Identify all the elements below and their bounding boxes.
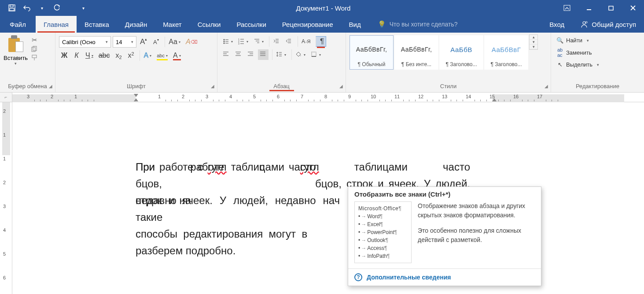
font-color-button[interactable]: A <box>171 50 183 61</box>
document-area[interactable]: При работе с гугл таблицами часто xxxxxx… <box>12 102 644 294</box>
multilevel-list-button[interactable] <box>252 36 265 47</box>
window-title: Документ1 - Word <box>91 4 556 12</box>
select-button[interactable]: ↖Выделить▾ <box>555 60 601 69</box>
ribbon-tabs: Файл Главная Вставка Дизайн Макет Ссылки… <box>0 16 644 33</box>
save-icon[interactable] <box>4 0 19 16</box>
clipboard-dialog-launcher-icon[interactable]: ◢ <box>49 84 52 89</box>
styles-more-icon[interactable]: ▾ <box>530 45 537 49</box>
style-tile[interactable]: АаБбВвГг,¶ Без инте... <box>394 35 438 70</box>
bold-button[interactable]: Ж <box>59 50 70 61</box>
login-button[interactable]: Вход <box>541 16 572 33</box>
find-button[interactable]: 🔍Найти▾ <box>555 36 601 45</box>
font-size-combo[interactable]: 14▾ <box>113 36 136 48</box>
tab-insert[interactable]: Вставка <box>77 16 117 33</box>
tooltip-more-info[interactable]: ? Дополнительные сведения <box>348 268 541 286</box>
numbering-button[interactable]: 123 <box>236 36 250 47</box>
undo-icon[interactable] <box>19 0 34 16</box>
tab-home[interactable]: Главная <box>36 16 77 33</box>
paragraph-dialog-launcher-icon[interactable]: ◢ <box>339 84 343 89</box>
undo-dropdown-icon[interactable]: ▾ <box>34 0 49 16</box>
borders-button[interactable] <box>309 49 323 60</box>
line-spacing-button[interactable] <box>272 49 288 60</box>
style-tile[interactable]: АаБбВ¶ Заголово... <box>439 35 483 70</box>
ribbon-display-icon[interactable] <box>556 0 578 16</box>
svg-point-8 <box>583 22 585 24</box>
paste-dropdown-icon[interactable]: ▾ <box>15 61 17 66</box>
style-tile[interactable]: АаБбВвГ¶ Заголово... <box>484 35 528 70</box>
cut-icon[interactable]: ✂ <box>30 37 38 43</box>
svg-rect-49 <box>312 52 316 56</box>
style-tile[interactable]: АаБбВвГг,Обычный <box>350 35 394 70</box>
group-label-clipboard: Буфер обмена◢ <box>4 81 52 92</box>
decrease-indent-button[interactable] <box>269 36 282 47</box>
group-styles: АаБбВвГг,ОбычныйАаБбВвГг,¶ Без инте...Аа… <box>346 33 551 92</box>
styles-down-icon[interactable]: ▾ <box>530 40 537 45</box>
tab-mailings[interactable]: Рассылки <box>228 16 274 33</box>
underline-button[interactable]: Ч <box>84 50 95 61</box>
quick-access-toolbar: ▾ ▾ <box>0 0 91 16</box>
tab-layout[interactable]: Макет <box>155 16 189 33</box>
styles-gallery[interactable]: АаБбВвГг,ОбычныйАаБбВвГг,¶ Без инте...Аа… <box>350 34 528 70</box>
font-name-combo[interactable]: Calibri (Осно▾ <box>59 36 111 48</box>
highlight-button[interactable]: abc <box>155 50 169 61</box>
qat-customize-icon[interactable]: ▾ <box>76 0 91 16</box>
text-effects-button[interactable]: A <box>140 50 153 61</box>
share-label: Общий доступ <box>592 21 636 28</box>
tooltip-description: Отображение знаков абзаца и других скрыт… <box>418 201 535 263</box>
italic-button[interactable]: К <box>71 50 82 61</box>
window-controls <box>556 0 644 16</box>
subscript-button[interactable]: x2 <box>113 50 124 61</box>
shading-button[interactable] <box>291 49 307 60</box>
maximize-icon[interactable] <box>600 0 622 16</box>
svg-point-13 <box>224 39 225 41</box>
styles-up-icon[interactable]: ▴ <box>530 35 537 40</box>
increase-indent-button[interactable] <box>283 36 294 47</box>
horizontal-ruler[interactable]: 3211234567891011121314151617 <box>12 93 644 102</box>
align-left-button[interactable] <box>221 49 232 60</box>
styles-scroll[interactable]: ▴▾▾ <box>529 34 538 50</box>
align-right-button[interactable] <box>246 49 256 60</box>
styles-dialog-launcher-icon[interactable]: ◢ <box>545 84 548 89</box>
share-button[interactable]: Общий доступ <box>572 16 644 33</box>
replace-button[interactable]: abacЗаменить <box>555 46 601 59</box>
paste-label[interactable]: Вставить <box>4 55 28 61</box>
sort-button[interactable]: А↓Я <box>298 36 312 47</box>
superscript-button[interactable]: x2 <box>125 50 136 61</box>
group-label-paragraph: Абзац◢ <box>221 81 342 92</box>
close-icon[interactable] <box>622 0 644 16</box>
svg-point-17 <box>224 43 225 44</box>
find-icon: 🔍 <box>556 37 563 44</box>
paste-icon[interactable] <box>7 35 24 53</box>
minimize-icon[interactable] <box>578 0 600 16</box>
group-font: Calibri (Осно▾ 14▾ A▴ A▾ Aa A⌫ Ж К Ч abc… <box>55 33 217 92</box>
tab-design[interactable]: Дизайн <box>117 16 155 33</box>
font-dialog-launcher-icon[interactable]: ◢ <box>211 84 214 89</box>
align-justify-button[interactable] <box>258 49 269 60</box>
redo-icon[interactable] <box>49 0 64 16</box>
change-case-button[interactable]: Aa <box>165 37 182 47</box>
svg-point-9 <box>586 22 588 23</box>
format-painter-icon[interactable] <box>30 55 38 61</box>
svg-rect-2 <box>10 8 14 11</box>
tab-view[interactable]: Вид <box>341 16 369 33</box>
svg-rect-3 <box>564 5 570 11</box>
tell-me-search[interactable]: 💡 Что вы хотите сделать? <box>378 16 458 33</box>
share-icon <box>580 20 588 28</box>
tab-review[interactable]: Рецензирование <box>274 16 341 33</box>
group-label-editing: Редактирование <box>555 81 640 92</box>
shrink-font-button[interactable]: A▾ <box>151 37 161 47</box>
strikethrough-button[interactable]: abc <box>97 50 112 61</box>
show-hide-marks-button[interactable]: ¶ <box>316 36 326 47</box>
tab-file[interactable]: Файл <box>0 16 36 33</box>
bullets-button[interactable] <box>221 36 235 47</box>
copy-icon[interactable] <box>30 46 38 52</box>
tell-me-placeholder: Что вы хотите сделать? <box>390 21 458 28</box>
vertical-ruler[interactable]: 21123456 <box>0 102 12 294</box>
select-icon: ↖ <box>556 61 563 68</box>
tab-references[interactable]: Ссылки <box>190 16 229 33</box>
clear-format-button[interactable]: A⌫ <box>184 37 199 47</box>
grow-font-button[interactable]: A▴ <box>138 37 149 47</box>
align-center-button[interactable] <box>233 49 244 60</box>
ruler-corner[interactable]: ⌐ <box>0 93 12 102</box>
svg-rect-5 <box>609 6 613 10</box>
